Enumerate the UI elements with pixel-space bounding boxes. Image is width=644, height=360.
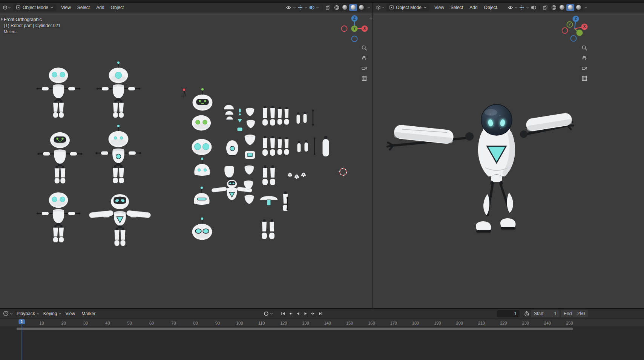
robot-legs-part[interactable] (262, 136, 275, 156)
frame-start-field[interactable]: Start 1 (531, 310, 560, 317)
ortho-toggle-icon[interactable] (581, 75, 587, 81)
viewport-left[interactable]: ZXY Object Mode View Select Add Object (0, 3, 373, 308)
shading-solid-icon[interactable] (558, 4, 566, 11)
shading-rendered-icon[interactable] (357, 4, 365, 11)
current-frame-field[interactable]: 1 (497, 310, 520, 317)
timeline-editor-icon[interactable] (3, 311, 9, 316)
frame-end-field[interactable]: End 250 (561, 310, 588, 317)
menu-add[interactable]: Add (467, 4, 480, 11)
antenna-part[interactable] (182, 88, 186, 96)
shading-wireframe-icon[interactable] (333, 4, 340, 11)
robot-arm-part[interactable] (297, 112, 300, 124)
chevron-down-icon[interactable] (584, 6, 587, 9)
robot-head-part[interactable] (192, 115, 211, 131)
menu-keying[interactable]: Keying (41, 310, 60, 317)
shading-solid-icon[interactable] (341, 4, 349, 11)
area-resize-widget[interactable]: ‹› (370, 16, 373, 20)
jump-to-start-button[interactable] (280, 311, 286, 317)
viewport-canvas-right[interactable]: ZXY (373, 3, 644, 308)
navigation-gizmo[interactable]: ZXY (342, 15, 368, 42)
jump-to-end-button[interactable] (317, 311, 324, 317)
play-reverse-button[interactable] (295, 311, 301, 317)
editor-type-icon[interactable] (376, 5, 384, 10)
cyan-chip-part[interactable] (238, 128, 242, 131)
cyan-exclamation-part[interactable] (239, 109, 241, 115)
chevron-down-icon[interactable] (316, 6, 319, 9)
menu-playback[interactable]: Playback (14, 310, 38, 317)
menu-object[interactable]: Object (108, 4, 127, 11)
robot-figure[interactable] (37, 192, 80, 242)
robot-torso-part[interactable] (224, 166, 234, 180)
chevron-down-icon[interactable] (304, 6, 307, 9)
robot-head-part[interactable] (194, 157, 210, 176)
chevron-down-icon[interactable] (37, 312, 40, 315)
chevron-down-icon[interactable] (270, 312, 273, 315)
robot-figure[interactable] (89, 194, 151, 246)
shading-material-icon[interactable] (566, 4, 574, 11)
navigation-gizmo[interactable]: ZXY (562, 16, 588, 41)
cyan-triangle-part[interactable] (238, 119, 242, 123)
3d-cursor[interactable] (337, 166, 349, 178)
robot-head-part[interactable] (193, 88, 213, 110)
menu-select[interactable]: Select (75, 4, 92, 11)
viewport-canvas-left[interactable]: ZXY (0, 3, 373, 308)
robot-cap-part[interactable] (227, 116, 233, 119)
xray-toggle-icon[interactable] (543, 5, 548, 10)
camera-view-icon[interactable] (361, 65, 367, 71)
mode-dropdown[interactable]: Object Mode (386, 4, 429, 11)
robot-hand-part[interactable] (301, 173, 306, 177)
robot-screen-part[interactable] (245, 151, 255, 159)
overlays-icon[interactable] (531, 5, 536, 10)
stopwatch-icon[interactable] (524, 311, 529, 317)
robot-dome-part[interactable] (260, 196, 278, 205)
menu-select[interactable]: Select (448, 4, 466, 11)
timeline-scrollbar[interactable] (17, 328, 573, 330)
play-button[interactable] (302, 311, 309, 317)
robot-legs-part[interactable] (278, 137, 289, 155)
robot-figure[interactable] (95, 124, 141, 183)
robot-cap-part[interactable] (225, 111, 233, 115)
robot-figure[interactable] (97, 61, 140, 118)
prev-keyframe-button[interactable] (287, 311, 294, 317)
xray-toggle-icon[interactable] (325, 5, 331, 10)
viewport-right[interactable]: ZXY Object Mode View Select Add Object (373, 3, 644, 308)
robot-arm-part[interactable] (305, 140, 308, 152)
chevron-down-icon[interactable] (526, 6, 529, 9)
robot-legs-part[interactable] (278, 107, 289, 125)
robot-head-part[interactable] (192, 217, 212, 240)
robot-head-part[interactable] (194, 186, 209, 205)
pan-tool-icon[interactable] (361, 55, 367, 61)
pan-tool-icon[interactable] (581, 55, 587, 61)
mode-dropdown[interactable]: Object Mode (13, 4, 56, 11)
visibility-eye-icon[interactable] (286, 5, 291, 10)
robot-legs-part[interactable] (262, 165, 275, 185)
robot-torso-part[interactable] (226, 140, 238, 156)
menu-object[interactable]: Object (481, 4, 500, 11)
shading-material-icon[interactable] (349, 4, 357, 11)
robot-armor-part[interactable] (247, 120, 255, 128)
robot-armor-part[interactable] (245, 135, 255, 145)
robot-armor-part[interactable] (246, 108, 254, 116)
playhead-line[interactable] (21, 319, 22, 360)
shading-wireframe-icon[interactable] (550, 4, 558, 11)
ortho-toggle-icon[interactable] (361, 75, 367, 81)
shading-rendered-icon[interactable] (575, 4, 583, 11)
menu-marker[interactable]: Marker (79, 310, 98, 317)
auto-keying-record-icon[interactable] (264, 311, 269, 316)
chevron-down-icon[interactable] (10, 312, 13, 315)
robot-arm-part[interactable] (304, 112, 307, 123)
toolbar-expand-arrow[interactable] (1, 18, 3, 21)
robot-arm-part[interactable] (323, 136, 329, 157)
zoom-tool-icon[interactable] (581, 45, 587, 51)
chevron-down-icon[interactable] (367, 6, 370, 9)
chevron-down-icon[interactable] (293, 6, 296, 9)
camera-view-icon[interactable] (581, 65, 587, 71)
menu-view[interactable]: View (58, 4, 74, 11)
robot-figure[interactable] (38, 132, 83, 184)
timeline-ruler[interactable]: 1020304050607080901001101201301401501601… (0, 319, 644, 327)
robot-figure[interactable] (37, 67, 80, 118)
current-frame-badge[interactable]: 1 (18, 319, 25, 324)
robot-hand-part[interactable] (294, 175, 299, 179)
robot-assembled[interactable] (387, 104, 573, 233)
robot-head-part[interactable] (192, 139, 212, 155)
